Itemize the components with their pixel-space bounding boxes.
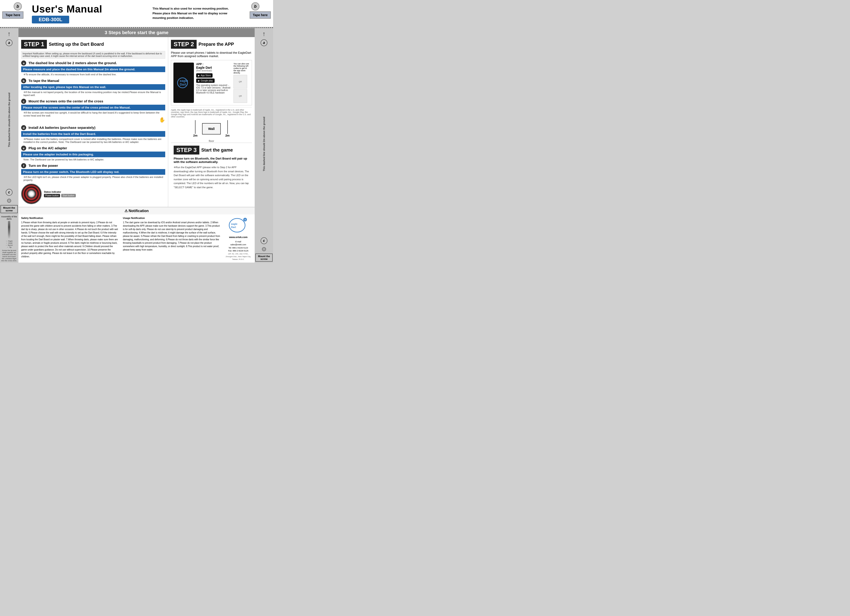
step1-highlight-e: Please use the adapter included in this … — [21, 151, 165, 157]
brand-website: www.ortek.com — [224, 235, 252, 239]
circle-a-right: a — [260, 39, 267, 46]
title-area: User's Manual EDB-300L — [4, 3, 148, 24]
step1-column: STEP 1 Setting up the Dart Board Importa… — [18, 37, 168, 207]
circle-c-left: c — [6, 189, 12, 196]
svg-text:Dart: Dart — [180, 82, 186, 86]
step3-description: Please turn on Bluetooth, the Dart Board… — [174, 157, 249, 164]
circle-b-icon: b — [21, 78, 26, 83]
dart-label-tip: ← Tip — [1, 246, 17, 248]
step3-header: STEP 3 Start the game — [174, 146, 249, 154]
brand-address: 13F, No. 150, Jian-Yi Rd., Zhonghe Dist.… — [224, 253, 252, 261]
side-text-left: This dashed line should 2m above the gro… — [8, 52, 10, 187]
step2-badge: STEP 2 — [171, 40, 197, 49]
app-store-info: APP : Eagle Dart (free download) ▶ App S… — [196, 63, 231, 103]
step1-note-b: ※If the manual is not taped properly, th… — [24, 91, 165, 97]
steps-columns: STEP 1 Setting up the Dart Board Importa… — [18, 37, 254, 207]
wall-box: Wall — [202, 123, 221, 135]
usage-title: Usage Notification — [123, 216, 220, 220]
brand-area: eagle Dart ® www.ortek.com E-mail sales@… — [224, 216, 252, 261]
mount-screw-left: Mount the screw — [0, 205, 18, 213]
app-name-label: Eagle Dart — [196, 66, 231, 69]
step1-label-b: b To tape the Manual — [21, 78, 165, 83]
step3-note: ※Run the EagleDart APP (please refer to … — [174, 166, 249, 190]
step1-item-a: a The dashed line should be 2 meters abo… — [21, 61, 165, 76]
side-panel-left: ↑ a This dashed line should 2m above the… — [0, 28, 18, 263]
step1-note-f: ※If the LED light isn't on, please check… — [24, 176, 165, 181]
side-panel-right: ↑ a This dashed line should 2m above the… — [255, 28, 273, 263]
step3-badge: STEP 3 — [174, 146, 199, 154]
circle-c-icon: c — [21, 99, 26, 104]
step1-note-e: Note: The Dartboard can be powered by tw… — [24, 158, 165, 161]
step1-label-a: a The dashed line should be 2 meters abo… — [21, 61, 165, 66]
eagle-dart-svg: eagle Dart — [176, 76, 192, 90]
step2-column: STEP 2 Prepare the APP Please use smart … — [168, 37, 254, 207]
step1-header: STEP 1 Setting up the Dart Board — [21, 40, 165, 49]
tape-here-left: Tape here — [2, 11, 24, 19]
free-download-label: (free download) — [196, 69, 231, 72]
circle-b-right: b — [251, 2, 259, 10]
steps-header: 3 Steps before start the game — [18, 28, 254, 37]
app-info-box: eagle Dart APP : Eagle Dart (free downlo… — [171, 60, 252, 105]
main-content: 3 Steps before start the game STEP 1 Set… — [18, 28, 255, 263]
status-indicator-label: Status indicator — [44, 191, 76, 193]
header: b Tape here User's Manual EDB-300L This … — [0, 0, 273, 27]
circle-c-right: c — [260, 237, 267, 244]
safety-text: 1.Please refrain from throwing darts at … — [21, 221, 118, 258]
dart-label-flight: ← Flight — [1, 240, 17, 242]
step1-badge: STEP 1 — [21, 40, 47, 49]
circle-e-icon: e — [21, 146, 26, 151]
step1-highlight-c: Please mount the screws onto the center … — [21, 105, 165, 111]
start-button-label: Start button — [61, 194, 76, 197]
svg-text:Dart: Dart — [231, 226, 236, 229]
usage-text: 1.The dart game can be download by iOS a… — [123, 221, 220, 251]
circle-b-left: b — [13, 2, 22, 10]
step1-note-d: ※Please make sure the battery compartmen… — [24, 138, 165, 144]
device-bottom-indicators: Status indicator Power button Start butt… — [21, 184, 165, 204]
brand-email: sales@ortek.com — [224, 243, 252, 247]
page-wrapper: b Tape here User's Manual EDB-300L This … — [0, 0, 273, 263]
step1-item-c: c Mount the screws onto the center of th… — [21, 99, 165, 123]
hand-hint-icon: ✋ — [21, 117, 165, 123]
model-badge: EDB-300L — [32, 16, 69, 24]
main-layout: ↑ a This dashed line should 2m above the… — [0, 28, 273, 263]
safety-notification: Safety Notification 1.Please refrain fro… — [21, 216, 118, 261]
step1-item-e: e Plug on the A/C adapter Please use the… — [21, 146, 165, 161]
qr-googleplay: QR — [233, 89, 247, 103]
power-button-label: Power button — [44, 194, 60, 197]
wall-diagram: 2m Wall 2m — [171, 118, 252, 139]
brand-email-label: E-mail — [224, 240, 252, 244]
usage-notification: Usage Notification 1.The dart game can b… — [123, 216, 220, 261]
qr-appstore: QR — [233, 75, 247, 88]
step1-note-c: ※If the screws are mounted too upright, … — [24, 111, 165, 117]
qr-codes-area: You can also use the following QR codes … — [233, 63, 250, 103]
step1-note-a: ※To ensure the altitude, it's necessary … — [24, 73, 165, 76]
step1-label-e: e Plug on the A/C adapter — [21, 146, 165, 151]
step3-area: STEP 3 Start the game Please turn on Blu… — [171, 143, 252, 192]
step1-label-f: f Turn on the power — [21, 163, 165, 168]
circle-a-left: a — [6, 39, 12, 46]
wall-measurement-right: 2m — [225, 120, 230, 137]
tape-here-right: Tape here — [250, 11, 271, 19]
dart-label-barrel: ← Barrel — [1, 244, 17, 246]
app-store-badge[interactable]: ▶ App Store — [196, 73, 212, 78]
notification-header: ⚠ Notification — [18, 207, 254, 214]
circle-d-icon: d — [21, 125, 26, 130]
wall-measurement-left: 2m — [193, 120, 198, 137]
step2-description: Please use smart phones / tablets to dow… — [171, 51, 252, 58]
dart-label-shaft: ← Shaft — [1, 242, 17, 244]
mount-screw-right: Mount the screw — [255, 254, 272, 262]
svg-point-4 — [229, 218, 245, 232]
circle-f-icon: f — [21, 163, 26, 168]
side-text-right: This dashed line should 2m above the gro… — [263, 52, 265, 236]
brand-tel: Tel: 886-2-8226-5123 — [224, 247, 252, 250]
step2-title: Prepare the APP — [199, 42, 234, 47]
os-requirements: The operating system required: - iOS 7.0… — [196, 84, 231, 94]
step1-highlight-b: After locating the spot, please tape thi… — [21, 84, 165, 90]
svg-text:eagle: eagle — [231, 223, 237, 225]
step1-item-f: f Turn on the power Please turn on the p… — [21, 163, 165, 181]
arrow-up-left: ↑ — [7, 30, 11, 37]
store-badges: ▶ App Store ▶ Google play — [196, 73, 231, 83]
step1-highlight-f: Please turn on the power switch. The Blu… — [21, 169, 165, 175]
google-play-badge[interactable]: ▶ Google play — [196, 79, 215, 83]
trademark-text: Apple, the Apple logo is trademark of Ap… — [171, 107, 252, 118]
